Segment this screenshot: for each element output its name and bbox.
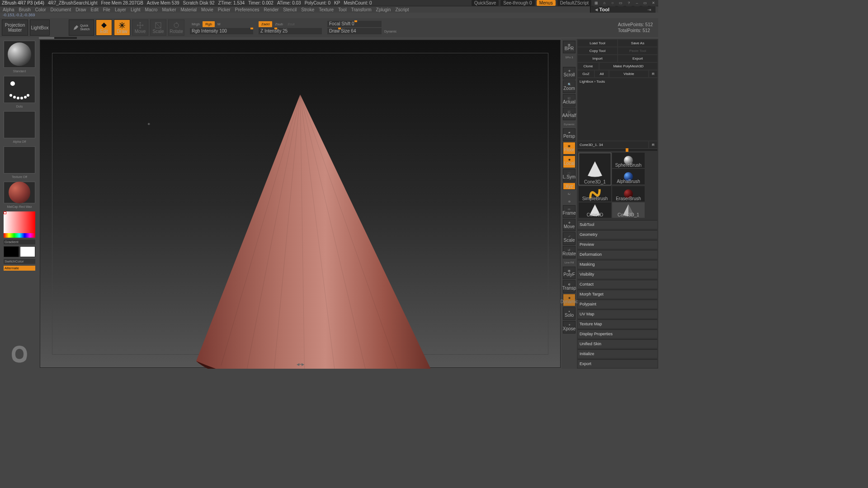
- stroke-selector[interactable]: Dots: [4, 76, 35, 103]
- section-polypaint[interactable]: Polypaint: [578, 300, 657, 308]
- menu-zscript[interactable]: Zscript: [395, 7, 409, 12]
- minimize-icon[interactable]: –: [634, 0, 640, 6]
- persp-button[interactable]: ▰Persp: [563, 128, 576, 141]
- home-icon[interactable]: ⌂: [601, 0, 608, 6]
- texture-selector[interactable]: Texture Off: [4, 146, 35, 174]
- seethrough-slider[interactable]: See-through 0: [500, 0, 534, 6]
- section-initialize[interactable]: Initialize: [578, 349, 657, 358]
- section-deformation[interactable]: Deformation: [578, 250, 657, 258]
- section-preview[interactable]: Preview: [578, 240, 657, 249]
- hue-strip[interactable]: [4, 233, 35, 238]
- tool-thumb-simple[interactable]: SimpleBrush: [579, 186, 611, 202]
- nav-move-button[interactable]: ✥Move: [563, 219, 576, 231]
- tool-thumb-cone3d-1[interactable]: Cone3D_1: [612, 202, 645, 218]
- tool-thumb-sphere[interactable]: SphereBrush: [612, 153, 645, 168]
- projection-master-button[interactable]: Projection Master: [2, 19, 28, 36]
- tool-thumb-alpha[interactable]: AlphaBrush: [612, 169, 645, 184]
- menu-texture[interactable]: Texture: [319, 7, 334, 12]
- section-contact[interactable]: Contact: [578, 280, 657, 288]
- menu-draw[interactable]: Draw: [75, 7, 86, 12]
- make-polymesh-button[interactable]: Make PolyMesh3D: [599, 63, 657, 70]
- section-masking[interactable]: Masking: [578, 260, 657, 268]
- export-button[interactable]: Export: [618, 55, 657, 62]
- lsym-button[interactable]: ⬚L.Sym: [563, 169, 576, 182]
- section-morph-target[interactable]: Morph Target: [578, 290, 657, 298]
- collapse-icon[interactable]: ⇥: [647, 7, 651, 12]
- doc-icon[interactable]: ▭: [618, 0, 624, 6]
- persp-dynamic-toggle[interactable]: Dynamic: [563, 121, 576, 127]
- tool-panel-tab[interactable]: ◀ Tool ⇥: [590, 6, 656, 13]
- copy-tool-button[interactable]: Copy Tool: [578, 47, 617, 54]
- goz-all-button[interactable]: All: [595, 70, 609, 77]
- tool-thumb-eraser[interactable]: EraserBrush: [612, 186, 645, 202]
- primary-color-swatch[interactable]: [20, 246, 35, 257]
- nav-rotate-button[interactable]: ⭯Rotate: [563, 246, 576, 258]
- menu-picker[interactable]: Picker: [218, 7, 231, 12]
- menu-material[interactable]: Material: [181, 7, 197, 12]
- section-display-properties[interactable]: Display Properties: [578, 329, 657, 338]
- lightbox-button[interactable]: LightBox: [30, 19, 50, 36]
- tool-thumb-current[interactable]: Cone3D_1: [579, 153, 611, 185]
- tool-thumb-cone3d[interactable]: Cone3D: [579, 202, 611, 218]
- nav-scale-button[interactable]: ⤢Scale: [563, 232, 576, 245]
- draw-mode-button[interactable]: Draw: [114, 19, 130, 36]
- xyz-button[interactable]: Xyz: [563, 183, 576, 190]
- scroll-button[interactable]: ✥Scroll: [563, 67, 576, 80]
- tool-r-button[interactable]: R: [649, 141, 657, 148]
- edit-mode-button[interactable]: Edit: [96, 19, 112, 36]
- local-button[interactable]: ◉Local: [563, 155, 576, 168]
- section-unified-skin[interactable]: Unified Skin: [578, 339, 657, 348]
- menu-tool[interactable]: Tool: [338, 7, 346, 12]
- scale-mode-button[interactable]: Scale: [150, 19, 166, 36]
- goz-visible-button[interactable]: Visible: [609, 70, 648, 77]
- mrgb-toggle[interactable]: Mrgb: [190, 21, 202, 27]
- alpha-selector[interactable]: Alpha Off: [4, 111, 35, 138]
- section-geometry[interactable]: Geometry: [578, 230, 657, 239]
- spix-readout[interactable]: SPix 3: [563, 54, 576, 61]
- menu-preferences[interactable]: Preferences: [235, 7, 259, 12]
- menu-edit[interactable]: Edit: [91, 7, 99, 12]
- menu-stencil[interactable]: Stencil: [283, 7, 297, 12]
- m-toggle[interactable]: M: [216, 21, 222, 27]
- orbit-icon[interactable]: ⭮: [563, 191, 576, 197]
- menu-render[interactable]: Render: [264, 7, 279, 12]
- bpr-button[interactable]: ▦BPR: [563, 41, 576, 53]
- save-as-button[interactable]: Save As: [618, 40, 657, 47]
- focal-shift-slider[interactable]: Focal Shift 0: [327, 21, 382, 27]
- restore-icon[interactable]: ▭: [642, 0, 648, 6]
- menu-brush[interactable]: Brush: [19, 7, 31, 12]
- viewport-canvas[interactable]: ✦ ◀━▶: [40, 40, 561, 368]
- section-visibility[interactable]: Visibility: [578, 270, 657, 278]
- brush-selector[interactable]: Standard: [4, 41, 35, 68]
- actual-button[interactable]: ◱Actual: [563, 94, 576, 107]
- dot-icon[interactable]: ○: [609, 0, 616, 6]
- default-zscript[interactable]: DefaultZScript: [557, 0, 591, 6]
- goz-r-button[interactable]: R: [649, 70, 657, 77]
- viewport-layout-icon[interactable]: ▦: [593, 0, 599, 6]
- menu-transform[interactable]: Transform: [351, 7, 371, 12]
- current-tool-name[interactable]: Cone3D_1. 34: [578, 141, 648, 148]
- lightbox-tools-link[interactable]: Lightbox › Tools: [578, 78, 657, 141]
- tool-slider[interactable]: [578, 149, 657, 151]
- section-texture-map[interactable]: Texture Map: [578, 319, 657, 328]
- z-intensity-slider[interactable]: Z Intensity 25: [259, 28, 322, 34]
- load-tool-button[interactable]: Load Tool: [578, 40, 617, 47]
- menu-macro[interactable]: Macro: [145, 7, 158, 12]
- quicksave-button[interactable]: QuickSave: [472, 0, 499, 6]
- menu-layer[interactable]: Layer: [115, 7, 126, 12]
- goz-button[interactable]: GoZ: [578, 70, 594, 77]
- canvas-arrows-icon[interactable]: ◀━▶: [297, 362, 304, 366]
- zcut-toggle[interactable]: Zcut: [286, 21, 297, 27]
- menus-toggle[interactable]: Menus: [537, 0, 556, 6]
- polyf-button[interactable]: ▦PolyF: [563, 267, 576, 279]
- switch-color-button[interactable]: SwitchColor: [4, 259, 35, 264]
- draw-size-slider[interactable]: Draw Size 64: [327, 28, 382, 34]
- color-picker[interactable]: [4, 211, 35, 238]
- menu-alpha[interactable]: Alpha: [3, 7, 14, 12]
- aahalf-button[interactable]: ◱AAHalf: [563, 108, 576, 120]
- zsub-toggle[interactable]: Zsub: [273, 21, 285, 27]
- menu-marker[interactable]: Marker: [162, 7, 176, 12]
- clone-button[interactable]: Clone: [578, 63, 599, 70]
- section-uv-map[interactable]: UV Map: [578, 310, 657, 318]
- menu-zplugin[interactable]: Zplugin: [376, 7, 391, 12]
